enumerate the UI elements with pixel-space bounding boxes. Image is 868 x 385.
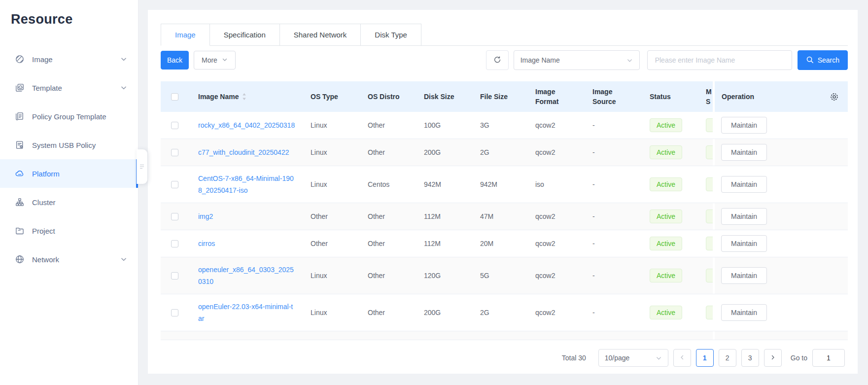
table-row: CentOS-7-x86_64-Minimal-1908_20250417-is… <box>161 166 848 203</box>
cell-value: Other <box>368 307 385 318</box>
row-checkbox-cell <box>161 272 188 280</box>
image-name-link[interactable]: c77_with_cloudinit_20250422 <box>198 146 289 158</box>
column-header-label: OS Type <box>311 92 338 102</box>
chevron-down-icon <box>120 256 127 263</box>
cell-os-distro: Centos <box>358 172 414 197</box>
maintain-button[interactable]: Maintain <box>721 117 767 134</box>
cell-value: Linux <box>311 178 327 190</box>
maintain-button[interactable]: Maintain <box>721 208 767 225</box>
maintain-button[interactable]: Maintain <box>721 235 767 252</box>
image-name-cell: openEuler-22.03-x64-minimal-tar <box>188 294 301 331</box>
row-checkbox[interactable] <box>171 213 178 220</box>
tab-image[interactable]: Image <box>161 24 210 46</box>
status-badge: Active <box>650 118 682 132</box>
maintain-button[interactable]: Maintain <box>721 304 767 321</box>
sidebar-item-project[interactable]: Project <box>0 216 138 245</box>
row-checkbox[interactable] <box>171 309 178 316</box>
select-all-header-cell <box>161 93 188 101</box>
tab-specification[interactable]: Specification <box>210 24 280 46</box>
page-button-3[interactable]: 3 <box>741 349 759 367</box>
cell-os-distro: Other <box>358 204 414 229</box>
status-badge: Active <box>650 210 682 223</box>
page-button-2[interactable]: 2 <box>719 349 736 367</box>
row-checkbox[interactable] <box>171 240 178 247</box>
filter-field-select[interactable]: Image Name <box>514 50 640 70</box>
cell-disk-size: 100G <box>414 113 470 138</box>
cell-value: 200G <box>424 307 441 318</box>
column-header-label: Disk Size <box>424 92 454 102</box>
column-header: OS Type <box>301 92 358 102</box>
refresh-button[interactable] <box>486 50 509 70</box>
image-name-link[interactable]: openEuler-22.03-x64-minimal-tar <box>198 301 296 324</box>
status-badge: Active <box>650 269 682 282</box>
page-size-select[interactable]: 10/page <box>598 349 668 367</box>
row-checkbox[interactable] <box>171 149 178 156</box>
operation-cell: Maintain <box>713 139 848 166</box>
cell-value: - <box>592 238 595 249</box>
column-header-label: Image Source <box>592 87 619 106</box>
maintain-button[interactable]: Maintain <box>721 267 767 284</box>
prev-page-button[interactable] <box>673 349 691 367</box>
cell-value: qcow2 <box>535 238 555 249</box>
cell-file-size: 3G <box>470 113 525 138</box>
image-name-link[interactable]: CentOS-7-x86_64-Minimal-1908_20250417-is… <box>198 173 296 196</box>
image-name-link[interactable]: img2 <box>198 210 213 222</box>
column-header-operation: Operation <box>713 81 848 112</box>
sidebar-collapse-handle[interactable] <box>137 149 147 184</box>
maintain-button[interactable]: Maintain <box>721 176 767 193</box>
page-button-1[interactable]: 1 <box>696 349 714 367</box>
row-checkbox[interactable] <box>171 122 178 129</box>
chevron-down-icon <box>120 56 127 63</box>
cell-value: - <box>592 146 595 158</box>
image-name-link[interactable]: rocky_x86_64_0402_20250318 <box>198 119 295 131</box>
search-button-label: Search <box>818 56 839 64</box>
maintain-button[interactable]: Maintain <box>721 144 767 161</box>
column-header: Image Name <box>188 92 301 102</box>
cell-value: 5G <box>480 270 489 281</box>
next-page-button[interactable] <box>764 349 782 367</box>
cell-image-format: iso <box>525 172 583 197</box>
sidebar-item-label: Platform <box>32 170 127 178</box>
sidebar-item-image[interactable]: Image <box>0 45 138 73</box>
tab-disk-type[interactable]: Disk Type <box>361 24 421 46</box>
search-input[interactable] <box>647 50 792 70</box>
cell-file-size: 2G <box>470 300 525 325</box>
sidebar-item-template[interactable]: Template <box>0 73 138 102</box>
goto-page-input[interactable] <box>812 349 845 367</box>
status-badge: Active <box>650 237 682 250</box>
back-button[interactable]: Back <box>161 51 189 70</box>
cell-value: 2G <box>480 307 489 318</box>
sidebar-item-platform[interactable]: Platform <box>0 159 138 188</box>
tab-shared-network[interactable]: Shared Network <box>280 24 361 46</box>
row-checkbox[interactable] <box>171 181 178 188</box>
image-name-cell: CentOS-7-x86_64-Minimal-1908_20250417-is… <box>188 166 301 203</box>
image-name-link[interactable]: openeuler_x86_64_0303_20250310 <box>198 264 296 287</box>
row-checkbox-cell <box>161 122 188 129</box>
cell-value: 20M <box>480 238 493 249</box>
clipped-line-2: S <box>706 98 710 105</box>
operation-cell: Maintain <box>713 166 848 203</box>
chevron-down-icon <box>222 56 228 64</box>
sidebar-item-policy-group-template[interactable]: Policy Group Template <box>0 102 138 131</box>
page-size-value: 10/page <box>605 354 630 362</box>
sidebar-item-system-usb-policy[interactable]: System USB Policy <box>0 131 138 159</box>
table-row: cirrosOtherOther112M20Mqcow2-ActiveMaint… <box>161 230 848 257</box>
cell-value: iso <box>535 178 544 190</box>
search-button[interactable]: Search <box>798 50 848 70</box>
cell-image-source: - <box>583 204 640 229</box>
operation-cell: Maintain <box>713 230 848 257</box>
more-button[interactable]: More <box>194 51 236 70</box>
row-checkbox[interactable] <box>171 272 178 280</box>
gear-icon[interactable] <box>830 92 839 102</box>
select-all-checkbox[interactable] <box>171 93 178 101</box>
cell-image-source: - <box>583 113 640 138</box>
sidebar-item-cluster[interactable]: Cluster <box>0 188 138 216</box>
cell-image-source: - <box>583 300 640 325</box>
operation-cell: Maintain <box>713 203 848 230</box>
image-name-cell: c77_with_cloudinit_20250422 <box>188 140 301 165</box>
sort-caret-icon[interactable] <box>242 93 247 101</box>
image-name-link[interactable]: cirros <box>198 238 215 249</box>
table-row-partial <box>161 331 848 340</box>
sidebar-item-network[interactable]: Network <box>0 245 138 274</box>
cluster-icon <box>15 197 25 207</box>
